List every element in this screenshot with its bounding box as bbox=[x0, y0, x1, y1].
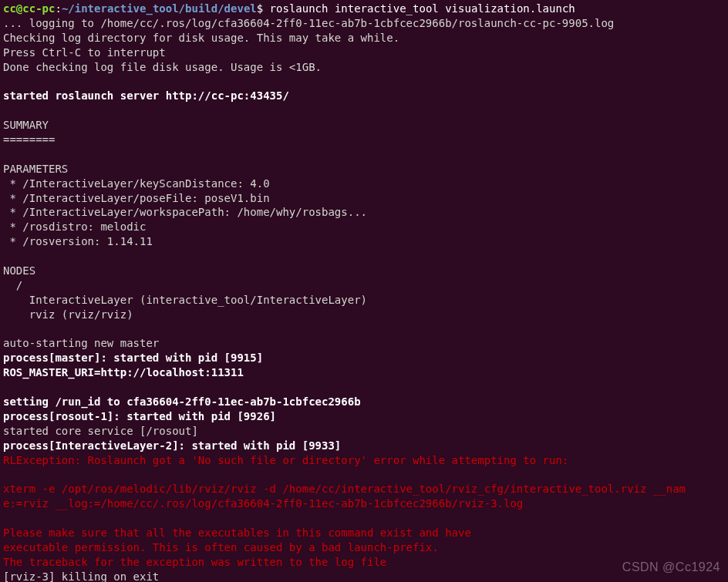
watermark-text: CSDN @Cc1924 bbox=[622, 559, 720, 576]
log-line: Done checking log file disk usage. Usage… bbox=[3, 60, 728, 75]
process-line: process[master]: started with pid [9915] bbox=[3, 351, 728, 365]
log-line: started core service [/rosout] bbox=[3, 424, 728, 439]
blank-line bbox=[3, 74, 728, 89]
error-line: RLException: Roslaunch got a 'No such fi… bbox=[3, 453, 728, 468]
blank-line bbox=[3, 147, 728, 162]
prompt-line: cc@cc-pc:~/interactive_tool/build/devel$… bbox=[3, 2, 728, 16]
node-line: InteractiveLayer (interactive_tool/Inter… bbox=[3, 293, 728, 308]
param-line: * /InteractiveLayer/workspacePath: /home… bbox=[3, 205, 728, 220]
blank-line bbox=[3, 103, 728, 118]
prompt-user: cc@cc-pc bbox=[3, 2, 55, 15]
prompt-dollar: $ bbox=[257, 2, 270, 15]
process-line: process[rosout-1]: started with pid [992… bbox=[3, 409, 728, 424]
error-line bbox=[3, 511, 728, 526]
error-line bbox=[3, 468, 728, 483]
terminal-output[interactable]: cc@cc-pc:~/interactive_tool/build/devel$… bbox=[3, 2, 728, 582]
server-line: started roslaunch server http://cc-pc:43… bbox=[3, 89, 728, 103]
prompt-path: ~/interactive_tool/build/devel bbox=[62, 2, 257, 15]
error-line: e:=rviz __log:=/home/cc/.ros/log/cfa3660… bbox=[3, 496, 728, 511]
log-line: Press Ctrl-C to interrupt bbox=[3, 45, 728, 60]
command-text: roslaunch interactive_tool visualization… bbox=[270, 2, 575, 15]
node-line: / bbox=[3, 278, 728, 293]
nodes-header: NODES bbox=[3, 264, 728, 278]
log-line: Checking log directory for disk usage. T… bbox=[3, 31, 728, 45]
node-line: rviz (rviz/rviz) bbox=[3, 308, 728, 322]
error-line: xterm -e /opt/ros/melodic/lib/rviz/rviz … bbox=[3, 482, 728, 496]
param-line: * /rosversion: 1.14.11 bbox=[3, 234, 728, 249]
summary-divider: ======== bbox=[3, 133, 728, 147]
process-line: process[InteractiveLayer-2]: started wit… bbox=[3, 439, 728, 453]
param-line: * /InteractiveLayer/keyScanDistance: 4.0 bbox=[3, 177, 728, 191]
parameters-header: PARAMETERS bbox=[3, 162, 728, 177]
error-line: The traceback for the exception was writ… bbox=[3, 555, 728, 570]
blank-line bbox=[3, 249, 728, 264]
param-line: * /rosdistro: melodic bbox=[3, 220, 728, 234]
log-line: auto-starting new master bbox=[3, 336, 728, 351]
log-line: ... logging to /home/cc/.ros/log/cfa3660… bbox=[3, 16, 728, 31]
prompt-sep: : bbox=[55, 2, 61, 15]
blank-line bbox=[3, 380, 728, 395]
param-line: * /InteractiveLayer/poseFile: poseV1.bin bbox=[3, 191, 728, 206]
blank-line bbox=[3, 322, 728, 337]
runid-line: setting /run_id to cfa36604-2ff0-11ec-ab… bbox=[3, 395, 728, 409]
kill-line: [rviz-3] killing on exit bbox=[3, 570, 728, 582]
master-uri-line: ROS_MASTER_URI=http://localhost:11311 bbox=[3, 365, 728, 380]
error-line: Please make sure that all the executable… bbox=[3, 526, 728, 540]
error-line: executable permission. This is often cau… bbox=[3, 540, 728, 555]
summary-header: SUMMARY bbox=[3, 118, 728, 133]
